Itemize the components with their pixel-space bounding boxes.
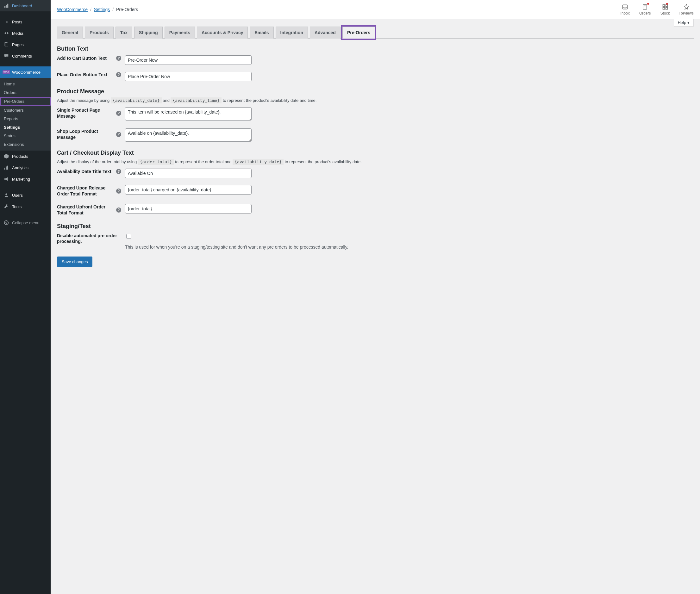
tab-accounts-privacy[interactable]: Accounts & Privacy [197, 27, 248, 39]
tab-advanced[interactable]: Advanced [310, 27, 341, 39]
sidebar-item-label: WooCommerce [12, 70, 40, 75]
section-staging: Staging/Test [57, 223, 694, 230]
tab-tax[interactable]: Tax [116, 27, 132, 39]
tab-emails[interactable]: Emails [250, 27, 274, 39]
sidebar-item-comments[interactable]: Comments [0, 50, 51, 62]
collapse-icon [3, 220, 9, 226]
topbar-reviews[interactable]: Reviews [679, 3, 694, 15]
help-icon[interactable]: ? [116, 72, 121, 77]
breadcrumb: WooCommerce / Settings / Pre-Orders [57, 7, 621, 12]
tab-products[interactable]: Products [85, 27, 114, 39]
label-place-order: Place Order Button Text ? [57, 72, 125, 78]
help-
icon[interactable]: ? [116, 189, 121, 194]
tab-general[interactable]: General [57, 27, 83, 39]
input-availability-title[interactable] [125, 169, 252, 178]
submenu-item-home[interactable]: Home [0, 80, 51, 88]
sidebar-item-label: Pages [12, 42, 24, 47]
sidebar-item-products[interactable]: Products [0, 151, 51, 162]
svg-rect-5 [7, 166, 8, 170]
token-availability-time: {availability_time} [170, 97, 222, 103]
submenu-item-orders[interactable]: Orders [0, 88, 51, 97]
input-place-order[interactable] [125, 72, 252, 81]
pages-icon [3, 41, 9, 48]
sidebar-item-woocommerce[interactable]: woo WooCommerce [0, 66, 51, 78]
submenu-item-settings[interactable]: Settings [0, 123, 51, 132]
breadcrumb-current: Pre-Orders [116, 7, 138, 12]
help-icon[interactable]: ? [116, 111, 121, 116]
sidebar-item-posts[interactable]: Posts [0, 16, 51, 28]
products-icon [3, 153, 9, 159]
sidebar-item-tools[interactable]: Tools [0, 201, 51, 212]
tab-integration[interactable]: Integration [276, 27, 308, 39]
reviews-icon [683, 3, 690, 10]
section-product-message: Product Message [57, 88, 694, 95]
comments-icon [3, 53, 9, 59]
main-content: WooCommerce / Settings / Pre-Orders Inbo… [51, 0, 700, 594]
textarea-single-product[interactable]: This item will be released on {availabil… [125, 107, 252, 121]
label-availability-title: Availability Date Title Text ? [57, 169, 125, 174]
admin-sidebar: Dashboard Posts Media Pages Comments woo… [0, 0, 51, 594]
sidebar-item-label: Dashboard [12, 3, 32, 8]
pin-icon [3, 19, 9, 25]
textarea-shop-loop[interactable]: Available on {availability_date}. [125, 128, 252, 142]
svg-rect-12 [663, 7, 665, 9]
sidebar-item-label: Products [12, 154, 28, 159]
save-button[interactable]: Save changes [57, 257, 92, 267]
svg-point-6 [5, 194, 7, 195]
help-icon[interactable]: ? [116, 207, 121, 212]
checkbox-disable-processing[interactable] [126, 234, 131, 239]
submenu-item-pre-orders[interactable]: Pre-Orders [0, 97, 51, 106]
label-charged-release: Charged Upon Release Order Total Format … [57, 185, 125, 197]
topbar-stock[interactable]: Stock [661, 3, 670, 15]
svg-rect-11 [666, 4, 667, 6]
help-icon[interactable]: ? [116, 169, 121, 174]
sidebar-item-users[interactable]: Users [0, 190, 51, 201]
sidebar-item-label: Marketing [12, 177, 30, 182]
submenu-item-customers[interactable]: Customers [0, 106, 51, 114]
section-button-text: Button Text [57, 45, 694, 52]
sidebar-item-dashboard[interactable]: Dashboard [0, 0, 51, 11]
submenu-item-status[interactable]: Status [0, 132, 51, 140]
label-add-to-cart: Add to Cart Button Text ? [57, 55, 125, 61]
svg-rect-10 [663, 4, 665, 6]
label-shop-loop: Shop Loop Product Message ? [57, 128, 125, 140]
tab-pre-orders[interactable]: Pre-Orders [342, 27, 375, 39]
svg-rect-13 [666, 7, 667, 9]
users-icon [3, 192, 9, 198]
svg-point-0 [5, 32, 6, 34]
sidebar-item-analytics[interactable]: Analytics [0, 162, 51, 173]
help-icon[interactable]: ? [116, 132, 121, 137]
sidebar-item-media[interactable]: Media [0, 28, 51, 39]
help-tab[interactable]: Help ▾ [674, 19, 694, 27]
topbar-inbox[interactable]: Inbox [621, 3, 630, 15]
sidebar-collapse[interactable]: Collapse menu [0, 217, 51, 228]
token-order-total: {order_total} [138, 159, 174, 165]
help-icon[interactable]: ? [116, 56, 121, 61]
breadcrumb-settings[interactable]: Settings [94, 7, 110, 12]
sidebar-item-marketing[interactable]: Marketing [0, 173, 51, 185]
dashboard-icon [3, 3, 9, 9]
sidebar-item-pages[interactable]: Pages [0, 39, 51, 50]
svg-rect-4 [6, 166, 7, 169]
sidebar-item-label: Analytics [12, 165, 29, 170]
label-single-product: Single Product Page Message ? [57, 107, 125, 119]
inbox-icon [622, 3, 629, 10]
input-charged-upfront[interactable] [125, 204, 252, 213]
topbar: WooCommerce / Settings / Pre-Orders Inbo… [51, 0, 700, 19]
token-availability-date: {availability_date} [111, 97, 162, 103]
woocommerce-submenu: Home Orders Pre-Orders Customers Reports… [0, 78, 51, 151]
sidebar-item-label: Tools [12, 204, 22, 209]
settings-tabs: General Products Tax Shipping Payments A… [57, 27, 694, 39]
submenu-item-extensions[interactable]: Extensions [0, 140, 51, 148]
breadcrumb-woocommerce[interactable]: WooCommerce [57, 7, 88, 12]
svg-rect-2 [5, 43, 8, 47]
label-disable-processing: Disable automated pre order processing. [57, 233, 125, 245]
topbar-orders[interactable]: Orders [639, 3, 651, 15]
input-charged-release[interactable] [125, 185, 252, 195]
submenu-item-reports[interactable]: Reports [0, 114, 51, 123]
tab-payments[interactable]: Payments [164, 27, 195, 39]
sidebar-item-label: Collapse menu [12, 221, 39, 225]
tab-shipping[interactable]: Shipping [134, 27, 163, 39]
input-add-to-cart[interactable] [125, 55, 252, 65]
label-charged-upfront: Charged Upfront Order Total Format ? [57, 204, 125, 216]
